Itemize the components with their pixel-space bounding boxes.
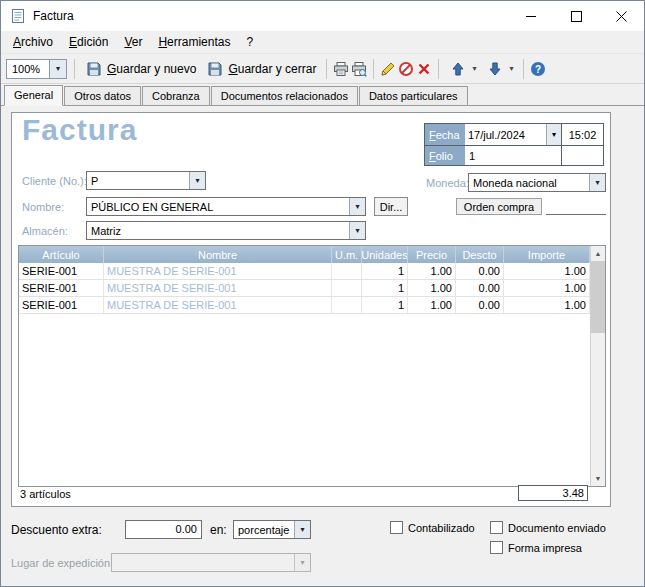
menu-ayuda[interactable]: ? [238, 33, 261, 51]
tabstrip: General Otros datos Cobranza Documentos … [1, 84, 644, 106]
cell-descto[interactable]: 0.00 [456, 280, 504, 296]
tab-documentos-relacionados[interactable]: Documentos relacionados [211, 86, 358, 105]
descuento-tipo-select[interactable]: porcentaje ▾ [233, 520, 311, 539]
cell-nombre[interactable]: MUESTRA DE SERIE-001 [104, 280, 332, 296]
cell-articulo[interactable]: SERIE-001 [19, 297, 104, 313]
contabilizado-checkbox[interactable]: Contabilizado [390, 521, 475, 534]
nombre-combobox[interactable]: PÚBLICO EN GENERAL ▾ [86, 197, 366, 216]
table-row[interactable]: SERIE-001 MUESTRA DE SERIE-001 1 1.00 0.… [19, 297, 590, 314]
navigate-up-button[interactable]: ▾ [444, 56, 481, 82]
cell-articulo[interactable]: SERIE-001 [19, 263, 104, 279]
tab-cobranza[interactable]: Cobranza [142, 86, 210, 105]
menu-ver[interactable]: Ver [116, 33, 150, 51]
checkbox-label: Contabilizado [408, 522, 475, 534]
chevron-down-icon: ▾ [294, 554, 310, 571]
cell-importe[interactable]: 1.00 [504, 263, 590, 279]
edit-pencil-icon[interactable] [379, 60, 397, 78]
cell-um[interactable] [332, 297, 362, 313]
col-header-precio[interactable]: Precio [408, 246, 456, 263]
checkbox-box[interactable] [490, 541, 503, 554]
cell-descto[interactable]: 0.00 [456, 263, 504, 279]
cancel-icon[interactable] [397, 60, 415, 78]
scrollbar-thumb[interactable] [591, 261, 605, 333]
save-close-button[interactable]: Guardar y cerrar [201, 56, 321, 82]
cell-unidades[interactable]: 1 [362, 263, 408, 279]
navigate-down-button[interactable]: ▾ [481, 56, 518, 82]
fecha-row: Fecha 17/jul./2024 ▾ 15:02 [425, 124, 603, 145]
fecha-value[interactable]: 17/jul./2024 [465, 124, 546, 145]
cell-importe[interactable]: 1.00 [504, 297, 590, 313]
tab-general[interactable]: General [4, 85, 63, 106]
table-row[interactable]: SERIE-001 MUESTRA DE SERIE-001 1 1.00 0.… [19, 280, 590, 297]
col-header-importe[interactable]: Importe [504, 246, 590, 263]
menu-archivo[interactable]: Archivo [5, 33, 61, 51]
chevron-down-icon[interactable]: ▾ [349, 198, 365, 215]
minimize-button[interactable] [509, 1, 554, 31]
tab-datos-particulares[interactable]: Datos particulares [359, 86, 468, 105]
chevron-down-icon[interactable]: ▾ [589, 174, 605, 191]
col-header-nombre[interactable]: Nombre [104, 246, 332, 263]
bottom-bar: Descuento extra: 0.00 en: porcentaje ▾ C… [1, 513, 644, 587]
zoom-combobox[interactable]: 100% ▾ [6, 59, 67, 79]
cell-precio[interactable]: 1.00 [408, 263, 456, 279]
close-button[interactable] [599, 1, 644, 31]
cell-descto[interactable]: 0.00 [456, 297, 504, 313]
vertical-scrollbar[interactable]: ▲ ▼ [590, 246, 605, 486]
col-header-articulo[interactable]: Artículo [19, 246, 104, 263]
scroll-up-icon[interactable]: ▲ [591, 246, 605, 261]
cell-precio[interactable]: 1.00 [408, 280, 456, 296]
cliente-combobox[interactable]: P ▾ [86, 171, 206, 190]
col-header-unidades[interactable]: Unidades [362, 246, 408, 263]
orden-compra-field[interactable] [546, 199, 606, 215]
cell-nombre[interactable]: MUESTRA DE SERIE-001 [104, 263, 332, 279]
svg-text:?: ? [535, 64, 541, 75]
chevron-down-icon[interactable]: ▾ [472, 64, 476, 73]
col-header-um[interactable]: U.m. [332, 246, 362, 263]
dir-button[interactable]: Dir... [374, 197, 408, 216]
scroll-down-icon[interactable]: ▼ [591, 471, 605, 486]
print-icon[interactable] [332, 60, 350, 78]
documento-enviado-checkbox[interactable]: Documento enviado [490, 521, 606, 534]
chevron-down-icon[interactable]: ▾ [189, 172, 205, 189]
table-row[interactable]: SERIE-001 MUESTRA DE SERIE-001 1 1.00 0.… [19, 263, 590, 280]
zoom-value[interactable]: 100% [6, 59, 50, 79]
almacen-label: Almacén: [22, 225, 68, 237]
lugar-expedicion-label: Lugar de expedición: [11, 557, 113, 569]
chevron-down-icon[interactable]: ▾ [509, 64, 513, 73]
cell-unidades[interactable]: 1 [362, 297, 408, 313]
almacen-combobox[interactable]: Matriz ▾ [86, 221, 366, 240]
scrollbar-track[interactable] [591, 333, 605, 471]
maximize-button[interactable] [554, 1, 599, 31]
chevron-down-icon[interactable]: ▾ [50, 59, 67, 79]
print-preview-icon[interactable] [350, 60, 368, 78]
moneda-combobox[interactable]: Moneda nacional ▾ [468, 173, 606, 192]
moneda-label: Moneda: [426, 177, 469, 189]
folio-value[interactable]: 1 [465, 146, 562, 165]
cell-unidades[interactable]: 1 [362, 280, 408, 296]
help-icon[interactable]: ? [529, 60, 547, 78]
checkbox-box[interactable] [490, 521, 503, 534]
chevron-down-icon[interactable]: ▾ [294, 521, 310, 538]
total-amount: 3.48 [518, 485, 588, 501]
cell-articulo[interactable]: SERIE-001 [19, 280, 104, 296]
titlebar: Factura [1, 1, 644, 31]
descuento-extra-input[interactable]: 0.00 [125, 520, 202, 539]
delete-icon[interactable] [415, 60, 433, 78]
cell-precio[interactable]: 1.00 [408, 297, 456, 313]
menu-herramientas[interactable]: Herramientas [150, 33, 238, 51]
save-new-button[interactable]: Guardar y nuevo [80, 56, 201, 82]
orden-compra-button[interactable]: Orden compra [456, 198, 542, 215]
chevron-down-icon[interactable]: ▾ [349, 222, 365, 239]
menu-edicion[interactable]: Edición [61, 33, 116, 51]
cell-um[interactable] [332, 280, 362, 296]
fecha-combobox[interactable]: 17/jul./2024 ▾ [465, 124, 562, 145]
checkbox-box[interactable] [390, 521, 403, 534]
col-header-descto[interactable]: Descto [456, 246, 504, 263]
forma-impresa-checkbox[interactable]: Forma impresa [490, 541, 582, 554]
cell-nombre[interactable]: MUESTRA DE SERIE-001 [104, 297, 332, 313]
chevron-down-icon[interactable]: ▾ [546, 124, 561, 145]
tab-otros-datos[interactable]: Otros datos [64, 86, 141, 105]
fecha-time[interactable]: 15:02 [562, 124, 603, 145]
cell-importe[interactable]: 1.00 [504, 280, 590, 296]
cell-um[interactable] [332, 263, 362, 279]
